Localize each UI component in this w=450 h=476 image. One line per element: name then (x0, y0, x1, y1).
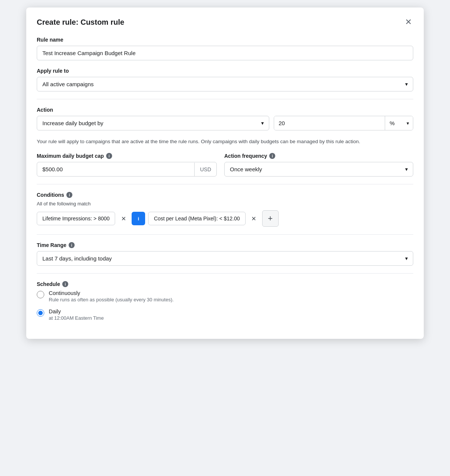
schedule-daily-text: Daily at 12:00AM Eastern Time (49, 308, 104, 321)
conditions-label: Conditions (37, 192, 64, 198)
action-info-text: Your rule will apply to campaigns that a… (37, 138, 413, 145)
rule-name-input[interactable] (37, 46, 413, 60)
condition-chip-2-text: Cost per Lead (Meta Pixel): < $12.00 (154, 216, 240, 222)
action-frequency-label: Action frequency (224, 153, 267, 159)
schedule-daily-radio[interactable] (37, 309, 44, 317)
divider-1 (37, 99, 413, 99)
schedule-continuously-radio[interactable] (37, 291, 44, 298)
action-value-wrap: % USD ▼ (274, 116, 413, 130)
modal-header: Create rule: Custom rule ✕ (37, 16, 413, 28)
create-rule-modal: Create rule: Custom rule ✕ Rule name App… (26, 7, 424, 339)
time-range-section: Time Range i Last 7 days, including toda… (37, 242, 413, 266)
conditions-row: Lifetime Impressions: > 8000 ✕ i Cost pe… (37, 210, 413, 227)
action-frequency-label-row: Action frequency i (224, 153, 413, 159)
action-row: Increase daily budget by Decrease daily … (37, 116, 413, 130)
action-frequency-select[interactable]: Once weekly Once daily Twice daily (224, 162, 413, 177)
time-range-info-icon[interactable]: i (69, 242, 75, 248)
schedule-info-icon[interactable]: i (62, 281, 68, 287)
action-type-select[interactable]: Increase daily budget by Decrease daily … (37, 116, 269, 130)
condition-2-remove-button[interactable]: ✕ (249, 213, 259, 224)
schedule-continuously-text: Continuously Rule runs as often as possi… (49, 290, 174, 302)
budget-cap-input-wrap: USD (37, 162, 217, 177)
time-range-label: Time Range (37, 242, 66, 248)
conditions-subtitle: All of the following match (37, 201, 413, 207)
rule-name-section: Rule name (37, 37, 413, 60)
divider-4 (37, 273, 413, 274)
apply-rule-select-wrapper: All active campaigns All active ad sets … (37, 77, 413, 91)
action-select-wrapper: Increase daily budget by Decrease daily … (37, 116, 269, 130)
condition-chip-1-text: Lifetime Impressions: > 8000 (42, 216, 110, 222)
action-frequency-select-wrapper: Once weekly Once daily Twice daily ▼ (224, 162, 413, 177)
conditions-section: Conditions i All of the following match … (37, 192, 413, 227)
add-condition-button[interactable]: + (262, 210, 279, 227)
conditions-label-row: Conditions i (37, 192, 413, 198)
budget-frequency-row: Maximum daily budget cap i USD Action fr… (37, 153, 413, 177)
action-label: Action (37, 107, 413, 113)
budget-cap-currency: USD (194, 163, 216, 176)
close-button[interactable]: ✕ (404, 16, 413, 28)
condition-info-blue-button[interactable]: i (132, 212, 145, 225)
action-frequency-col: Action frequency i Once weekly Once dail… (224, 153, 413, 177)
schedule-daily-sublabel: at 12:00AM Eastern Time (49, 315, 104, 321)
action-value-input[interactable] (274, 116, 385, 130)
apply-rule-section: Apply rule to All active campaigns All a… (37, 68, 413, 91)
budget-cap-label-row: Maximum daily budget cap i (37, 153, 217, 159)
budget-cap-info-icon[interactable]: i (106, 153, 112, 159)
schedule-continuously-label: Continuously (49, 290, 174, 296)
action-unit-wrap: % USD ▼ (385, 116, 413, 130)
budget-cap-col: Maximum daily budget cap i USD (37, 153, 217, 177)
condition-chip-1: Lifetime Impressions: > 8000 (37, 212, 115, 225)
apply-rule-label: Apply rule to (37, 68, 413, 74)
budget-cap-input[interactable] (37, 162, 194, 176)
time-range-label-row: Time Range i (37, 242, 413, 248)
action-section: Action Increase daily budget by Decrease… (37, 107, 413, 130)
schedule-label-row: Schedule i (37, 281, 413, 287)
action-frequency-info-icon[interactable]: i (269, 153, 275, 159)
rule-name-label: Rule name (37, 37, 413, 43)
time-range-select[interactable]: Last 7 days, including today Last 14 day… (37, 251, 413, 266)
condition-chip-2: Cost per Lead (Meta Pixel): < $12.00 (148, 212, 245, 225)
schedule-daily-option: Daily at 12:00AM Eastern Time (37, 308, 413, 321)
schedule-section: Schedule i Continuously Rule runs as oft… (37, 281, 413, 321)
schedule-continuously-option: Continuously Rule runs as often as possi… (37, 290, 413, 302)
schedule-label: Schedule (37, 281, 60, 287)
time-range-select-wrapper: Last 7 days, including today Last 14 day… (37, 251, 413, 266)
modal-title: Create rule: Custom rule (37, 18, 124, 27)
action-unit-select[interactable]: % USD (385, 116, 413, 130)
schedule-daily-label: Daily (49, 308, 104, 314)
divider-3 (37, 234, 413, 235)
conditions-info-icon[interactable]: i (66, 192, 72, 198)
apply-rule-select[interactable]: All active campaigns All active ad sets … (37, 77, 413, 91)
divider-2 (37, 184, 413, 184)
condition-1-remove-button[interactable]: ✕ (118, 213, 129, 224)
schedule-continuously-sublabel: Rule runs as often as possible (usually … (49, 297, 174, 302)
budget-cap-label: Maximum daily budget cap (37, 153, 104, 159)
